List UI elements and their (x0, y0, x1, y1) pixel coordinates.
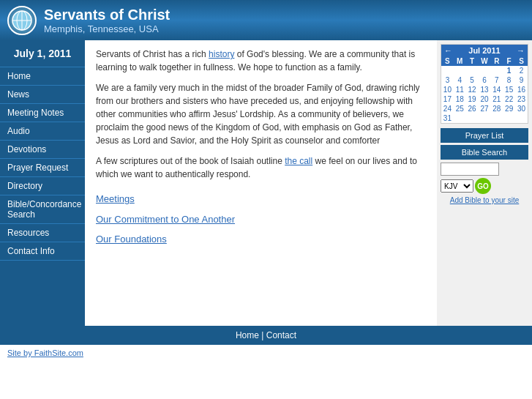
intro-text-1: Servants of Christ has a rich (96, 49, 209, 59)
calendar-day[interactable]: 23 (515, 94, 528, 104)
calendar-day[interactable]: 30 (515, 104, 528, 113)
sidebar-item-directory[interactable]: Directory (0, 177, 85, 195)
bottom-credit: Site by FaithSite.com (0, 345, 532, 361)
cal-day-header: F (503, 56, 515, 66)
site-subtitle: Memphis, Tennessee, USA (44, 23, 170, 34)
calendar-day[interactable]: 19 (466, 94, 479, 104)
cal-day-header: M (454, 56, 466, 66)
bible-search-input[interactable] (441, 163, 499, 176)
intro-para: Servants of Christ has a rich history of… (96, 48, 426, 74)
calendar-day[interactable]: 26 (466, 104, 479, 113)
calendar-day[interactable]: 27 (479, 104, 491, 113)
calendar-day (466, 113, 479, 123)
calendar-day[interactable]: 18 (454, 94, 466, 104)
calendar-day[interactable]: 8 (503, 75, 515, 85)
calendar-day[interactable]: 22 (503, 94, 515, 104)
site-title: Servants of Christ (44, 7, 170, 23)
calendar-day[interactable]: 15 (503, 85, 515, 94)
bible-go-button[interactable]: GO (475, 178, 491, 194)
site-title-block: Servants of Christ Memphis, Tennessee, U… (44, 7, 170, 34)
calendar-day[interactable]: 17 (441, 94, 454, 104)
calendar-week-row: 17181920212223 (441, 94, 528, 104)
history-link[interactable]: history (209, 49, 234, 59)
calendar-day[interactable]: 10 (441, 85, 454, 94)
cal-next-button[interactable]: → (517, 46, 525, 55)
cal-day-header: S (441, 56, 454, 66)
calendar-day[interactable]: 5 (466, 75, 479, 85)
nav-list: HomeNewsMeeting NotesAudioDevotionsPraye… (0, 67, 85, 261)
family-para: We are a family very much in the midst o… (96, 81, 426, 147)
bible-search-area: KJVNIVESV GO Add Bible to your site (441, 163, 528, 204)
bible-version-select[interactable]: KJVNIVESV (441, 179, 473, 193)
bible-search-button[interactable]: Bible Search (441, 145, 528, 160)
calendar-day[interactable]: 25 (454, 104, 466, 113)
calendar: ← Jul 2011 → SMTWRFS 1234567891011121314… (441, 44, 528, 124)
add-bible-link[interactable]: Add Bible to your site (441, 196, 528, 204)
sidebar-item-meeting-notes[interactable]: Meeting Notes (0, 104, 85, 122)
sidebar-item-prayer-request[interactable]: Prayer Request (0, 159, 85, 177)
calendar-day[interactable]: 7 (490, 75, 503, 85)
content-links: Meetings Our Commitment to One Another O… (96, 192, 426, 247)
calendar-day (441, 66, 454, 75)
calendar-day (454, 113, 466, 123)
sidebar: July 1, 2011 HomeNewsMeeting NotesAudioD… (0, 40, 85, 326)
right-sidebar: ← Jul 2011 → SMTWRFS 1234567891011121314… (437, 40, 532, 326)
calendar-day[interactable]: 28 (490, 104, 503, 113)
footer-bar: Home | Contact (0, 326, 532, 345)
calendar-grid: SMTWRFS 12345678910111213141516171819202… (441, 56, 528, 123)
calendar-day[interactable]: 24 (441, 104, 454, 113)
calendar-day[interactable]: 1 (503, 66, 515, 75)
cal-prev-button[interactable]: ← (444, 46, 452, 55)
calendar-day[interactable]: 16 (515, 85, 528, 94)
faithsite-link[interactable]: Site by FaithSite.com (7, 348, 83, 357)
sidebar-item-home[interactable]: Home (0, 67, 85, 86)
sidebar-item-resources[interactable]: Resources (0, 224, 85, 242)
sidebar-item-bible-concordance[interactable]: Bible/Concordance Search (0, 195, 85, 224)
footer-contact-link[interactable]: Contact (266, 330, 296, 340)
calendar-day[interactable]: 20 (479, 94, 491, 104)
calendar-day[interactable]: 2 (515, 66, 528, 75)
calendar-day[interactable]: 3 (441, 75, 454, 85)
cal-day-header: W (479, 56, 491, 66)
cal-day-header: R (490, 56, 503, 66)
calendar-day (479, 66, 491, 75)
calendar-week-row: 10111213141516 (441, 85, 528, 94)
calendar-day[interactable]: 11 (454, 85, 466, 94)
call-link[interactable]: the call (285, 156, 312, 166)
sidebar-item-news[interactable]: News (0, 86, 85, 104)
calendar-week-row: 3456789 (441, 75, 528, 85)
meetings-link[interactable]: Meetings (96, 192, 426, 206)
prayer-list-button[interactable]: Prayer List (441, 128, 528, 143)
calendar-day[interactable]: 29 (503, 104, 515, 113)
calendar-day (515, 113, 528, 123)
calendar-day[interactable]: 12 (466, 85, 479, 94)
isaiah-para: A few scriptures out of the book of Isai… (96, 154, 426, 181)
calendar-header: ← Jul 2011 → (441, 45, 528, 56)
calendar-day[interactable]: 31 (441, 113, 454, 123)
calendar-day[interactable]: 6 (479, 75, 491, 85)
calendar-day[interactable]: 9 (515, 75, 528, 85)
commitment-link[interactable]: Our Commitment to One Another (96, 212, 426, 227)
bible-controls: KJVNIVESV GO (441, 178, 528, 194)
calendar-day[interactable]: 21 (490, 94, 503, 104)
sidebar-item-contact-info[interactable]: Contact Info (0, 242, 85, 261)
cal-day-header: T (466, 56, 479, 66)
sidebar-item-devotions[interactable]: Devotions (0, 141, 85, 159)
footer-home-link[interactable]: Home (236, 330, 259, 340)
foundations-link[interactable]: Our Foundations (96, 232, 426, 247)
main-wrapper: July 1, 2011 HomeNewsMeeting NotesAudioD… (0, 40, 532, 326)
calendar-head: SMTWRFS (441, 56, 528, 66)
calendar-day[interactable]: 13 (479, 85, 491, 94)
cal-day-header: S (515, 56, 528, 66)
calendar-title: Jul 2011 (468, 46, 500, 55)
sidebar-item-audio[interactable]: Audio (0, 122, 85, 141)
calendar-body: 1234567891011121314151617181920212223242… (441, 66, 528, 123)
date-display: July 1, 2011 (0, 40, 85, 67)
main-content: Servants of Christ has a rich history of… (85, 40, 437, 326)
calendar-day (454, 66, 466, 75)
calendar-day[interactable]: 14 (490, 85, 503, 94)
calendar-day (490, 113, 503, 123)
calendar-day (503, 113, 515, 123)
calendar-day[interactable]: 4 (454, 75, 466, 85)
calendar-week-row: 24252627282930 (441, 104, 528, 113)
